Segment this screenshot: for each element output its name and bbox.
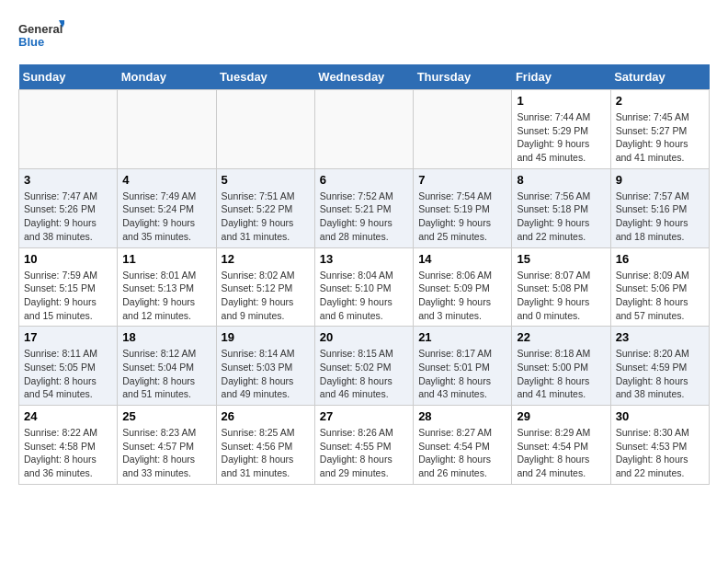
day-info: Sunrise: 8:25 AM Sunset: 4:56 PM Dayligh… xyxy=(222,426,310,480)
weekday-header-thursday: Thursday xyxy=(414,64,512,90)
calendar-cell: 15Sunrise: 8:07 AM Sunset: 5:08 PM Dayli… xyxy=(512,247,610,327)
calendar-week-row: 10Sunrise: 7:59 AM Sunset: 5:15 PM Dayli… xyxy=(19,247,710,327)
day-info: Sunrise: 8:23 AM Sunset: 4:57 PM Dayligh… xyxy=(122,426,210,480)
day-number: 19 xyxy=(222,330,310,344)
day-info: Sunrise: 8:27 AM Sunset: 4:54 PM Dayligh… xyxy=(418,426,506,480)
day-info: Sunrise: 8:09 AM Sunset: 5:06 PM Dayligh… xyxy=(616,269,704,323)
day-number: 5 xyxy=(222,173,310,187)
calendar-cell: 24Sunrise: 8:22 AM Sunset: 4:58 PM Dayli… xyxy=(19,406,118,485)
day-number: 24 xyxy=(24,409,112,423)
day-number: 20 xyxy=(320,330,408,344)
day-number: 18 xyxy=(122,330,210,344)
calendar-cell: 3Sunrise: 7:47 AM Sunset: 5:26 PM Daylig… xyxy=(19,168,118,247)
day-info: Sunrise: 8:14 AM Sunset: 5:03 PM Dayligh… xyxy=(222,347,310,401)
svg-text:Blue: Blue xyxy=(18,35,44,49)
day-info: Sunrise: 8:17 AM Sunset: 5:01 PM Dayligh… xyxy=(418,347,506,401)
day-number: 23 xyxy=(616,330,704,344)
weekday-header-wednesday: Wednesday xyxy=(314,64,413,90)
calendar-week-row: 17Sunrise: 8:11 AM Sunset: 5:05 PM Dayli… xyxy=(19,327,710,406)
calendar-cell: 26Sunrise: 8:25 AM Sunset: 4:56 PM Dayli… xyxy=(216,406,314,485)
day-number: 1 xyxy=(517,94,605,108)
day-info: Sunrise: 8:18 AM Sunset: 5:00 PM Dayligh… xyxy=(517,347,605,401)
day-number: 12 xyxy=(222,252,310,266)
day-info: Sunrise: 8:15 AM Sunset: 5:02 PM Dayligh… xyxy=(320,347,408,401)
day-info: Sunrise: 8:02 AM Sunset: 5:12 PM Dayligh… xyxy=(222,269,310,323)
svg-text:General: General xyxy=(18,22,63,36)
day-info: Sunrise: 7:52 AM Sunset: 5:21 PM Dayligh… xyxy=(320,190,408,244)
calendar-cell: 7Sunrise: 7:54 AM Sunset: 5:19 PM Daylig… xyxy=(414,168,512,247)
day-info: Sunrise: 8:06 AM Sunset: 5:09 PM Dayligh… xyxy=(418,269,506,323)
calendar-cell: 5Sunrise: 7:51 AM Sunset: 5:22 PM Daylig… xyxy=(216,168,314,247)
day-info: Sunrise: 8:01 AM Sunset: 5:13 PM Dayligh… xyxy=(122,269,210,323)
calendar-cell: 4Sunrise: 7:49 AM Sunset: 5:24 PM Daylig… xyxy=(118,168,216,247)
weekday-header-tuesday: Tuesday xyxy=(216,64,314,90)
day-number: 14 xyxy=(418,252,506,266)
calendar-cell: 20Sunrise: 8:15 AM Sunset: 5:02 PM Dayli… xyxy=(314,327,413,406)
day-number: 25 xyxy=(122,409,210,423)
calendar-table: SundayMondayTuesdayWednesdayThursdayFrid… xyxy=(18,64,710,485)
calendar-cell: 8Sunrise: 7:56 AM Sunset: 5:18 PM Daylig… xyxy=(512,168,610,247)
calendar-cell: 21Sunrise: 8:17 AM Sunset: 5:01 PM Dayli… xyxy=(414,327,512,406)
calendar-cell: 25Sunrise: 8:23 AM Sunset: 4:57 PM Dayli… xyxy=(118,406,216,485)
day-number: 26 xyxy=(222,409,310,423)
day-info: Sunrise: 7:57 AM Sunset: 5:16 PM Dayligh… xyxy=(616,190,704,244)
calendar-cell: 13Sunrise: 8:04 AM Sunset: 5:10 PM Dayli… xyxy=(314,247,413,327)
day-number: 29 xyxy=(517,409,605,423)
calendar-week-row: 1Sunrise: 7:44 AM Sunset: 5:29 PM Daylig… xyxy=(19,90,710,169)
day-info: Sunrise: 8:04 AM Sunset: 5:10 PM Dayligh… xyxy=(320,269,408,323)
day-info: Sunrise: 8:30 AM Sunset: 4:53 PM Dayligh… xyxy=(616,426,704,480)
day-number: 30 xyxy=(616,409,704,423)
day-number: 22 xyxy=(517,330,605,344)
day-info: Sunrise: 8:20 AM Sunset: 4:59 PM Dayligh… xyxy=(616,347,704,401)
calendar-cell: 1Sunrise: 7:44 AM Sunset: 5:29 PM Daylig… xyxy=(512,90,610,169)
logo: General Blue General Blue xyxy=(18,18,64,55)
day-info: Sunrise: 8:26 AM Sunset: 4:55 PM Dayligh… xyxy=(320,426,408,480)
day-info: Sunrise: 7:54 AM Sunset: 5:19 PM Dayligh… xyxy=(418,190,506,244)
day-info: Sunrise: 8:12 AM Sunset: 5:04 PM Dayligh… xyxy=(122,347,210,401)
calendar-cell: 11Sunrise: 8:01 AM Sunset: 5:13 PM Dayli… xyxy=(118,247,216,327)
day-number: 21 xyxy=(418,330,506,344)
day-number: 16 xyxy=(616,252,704,266)
day-number: 6 xyxy=(320,173,408,187)
calendar-cell: 27Sunrise: 8:26 AM Sunset: 4:55 PM Dayli… xyxy=(314,406,413,485)
day-number: 10 xyxy=(24,252,112,266)
calendar-cell xyxy=(216,90,314,169)
calendar-cell: 10Sunrise: 7:59 AM Sunset: 5:15 PM Dayli… xyxy=(19,247,118,327)
calendar-cell xyxy=(118,90,216,169)
page-header: General Blue General Blue xyxy=(18,18,710,55)
day-number: 17 xyxy=(24,330,112,344)
day-info: Sunrise: 7:59 AM Sunset: 5:15 PM Dayligh… xyxy=(24,269,112,323)
calendar-cell: 23Sunrise: 8:20 AM Sunset: 4:59 PM Dayli… xyxy=(610,327,709,406)
calendar-cell: 17Sunrise: 8:11 AM Sunset: 5:05 PM Dayli… xyxy=(19,327,118,406)
day-info: Sunrise: 7:51 AM Sunset: 5:22 PM Dayligh… xyxy=(222,190,310,244)
day-info: Sunrise: 8:07 AM Sunset: 5:08 PM Dayligh… xyxy=(517,269,605,323)
calendar-cell: 12Sunrise: 8:02 AM Sunset: 5:12 PM Dayli… xyxy=(216,247,314,327)
day-info: Sunrise: 7:56 AM Sunset: 5:18 PM Dayligh… xyxy=(517,190,605,244)
calendar-cell xyxy=(314,90,413,169)
weekday-header-sunday: Sunday xyxy=(19,64,118,90)
day-info: Sunrise: 8:22 AM Sunset: 4:58 PM Dayligh… xyxy=(24,426,112,480)
day-info: Sunrise: 7:45 AM Sunset: 5:27 PM Dayligh… xyxy=(616,110,704,165)
calendar-week-row: 24Sunrise: 8:22 AM Sunset: 4:58 PM Dayli… xyxy=(19,406,710,485)
day-number: 27 xyxy=(320,409,408,423)
calendar-cell: 19Sunrise: 8:14 AM Sunset: 5:03 PM Dayli… xyxy=(216,327,314,406)
day-number: 3 xyxy=(24,173,112,187)
calendar-cell: 29Sunrise: 8:29 AM Sunset: 4:54 PM Dayli… xyxy=(512,406,610,485)
calendar-cell: 2Sunrise: 7:45 AM Sunset: 5:27 PM Daylig… xyxy=(610,90,709,169)
day-number: 8 xyxy=(517,173,605,187)
day-info: Sunrise: 7:44 AM Sunset: 5:29 PM Dayligh… xyxy=(517,110,605,165)
day-number: 7 xyxy=(418,173,506,187)
day-number: 15 xyxy=(517,252,605,266)
weekday-header-friday: Friday xyxy=(512,64,610,90)
calendar-week-row: 3Sunrise: 7:47 AM Sunset: 5:26 PM Daylig… xyxy=(19,168,710,247)
calendar-cell xyxy=(414,90,512,169)
calendar-cell: 14Sunrise: 8:06 AM Sunset: 5:09 PM Dayli… xyxy=(414,247,512,327)
calendar-cell: 18Sunrise: 8:12 AM Sunset: 5:04 PM Dayli… xyxy=(118,327,216,406)
calendar-cell: 30Sunrise: 8:30 AM Sunset: 4:53 PM Dayli… xyxy=(610,406,709,485)
day-info: Sunrise: 8:29 AM Sunset: 4:54 PM Dayligh… xyxy=(517,426,605,480)
day-info: Sunrise: 7:47 AM Sunset: 5:26 PM Dayligh… xyxy=(24,190,112,244)
day-number: 13 xyxy=(320,252,408,266)
day-info: Sunrise: 7:49 AM Sunset: 5:24 PM Dayligh… xyxy=(122,190,210,244)
calendar-cell: 22Sunrise: 8:18 AM Sunset: 5:00 PM Dayli… xyxy=(512,327,610,406)
day-info: Sunrise: 8:11 AM Sunset: 5:05 PM Dayligh… xyxy=(24,347,112,401)
